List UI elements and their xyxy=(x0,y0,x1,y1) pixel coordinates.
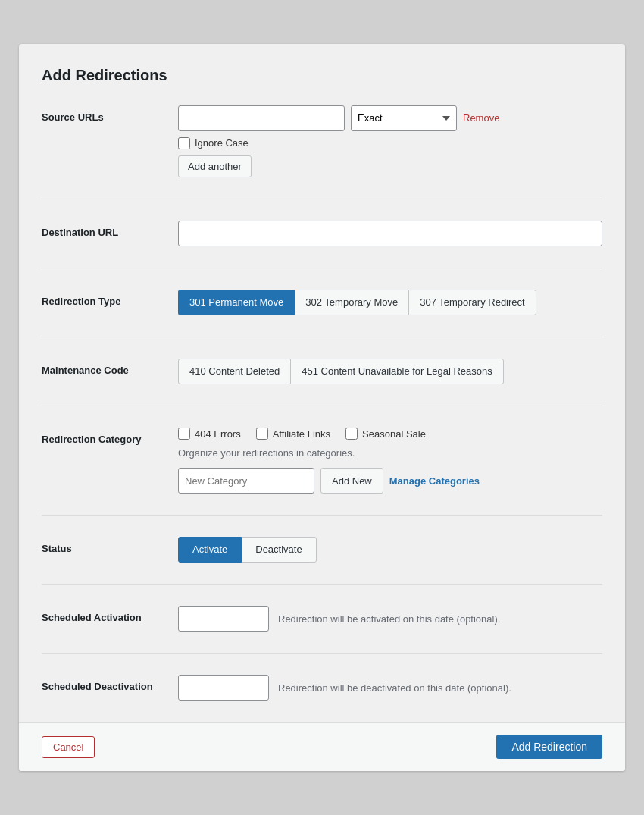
maintenance-code-content: 410 Content Deleted 451 Content Unavaila… xyxy=(178,359,602,384)
scheduled-activation-row-inner: Redirection will be activated on this da… xyxy=(178,606,602,632)
type-btn-307[interactable]: 307 Temporary Redirect xyxy=(408,290,536,315)
source-urls-row: Source URLs Exact Contains Starts With E… xyxy=(42,105,602,177)
status-content: Activate Deactivate xyxy=(178,537,602,563)
ignore-case-row: Ignore Case xyxy=(178,137,602,149)
category-item-affiliate: Affiliate Links xyxy=(256,428,330,440)
redirection-type-row: Redirection Type 301 Permanent Move 302 … xyxy=(42,290,602,315)
redirection-type-group: 301 Permanent Move 302 Temporary Move 30… xyxy=(178,290,602,315)
scheduled-deactivation-row-inner: Redirection will be deactivated on this … xyxy=(178,675,602,701)
scheduled-activation-help: Redirection will be activated on this da… xyxy=(278,613,500,625)
category-label-affiliate: Affiliate Links xyxy=(273,428,330,440)
destination-url-label: Destination URL xyxy=(42,221,178,238)
source-urls-label: Source URLs xyxy=(42,105,178,123)
divider-6 xyxy=(42,584,602,585)
status-activate-button[interactable]: Activate xyxy=(178,537,242,563)
manage-categories-link[interactable]: Manage Categories xyxy=(389,475,480,487)
destination-url-row: Destination URL xyxy=(42,221,602,246)
status-row: Status Activate Deactivate xyxy=(42,537,602,563)
maint-btn-451[interactable]: 451 Content Unavailable for Legal Reason… xyxy=(290,359,504,384)
maintenance-code-label: Maintenance Code xyxy=(42,359,178,376)
redirection-type-content: 301 Permanent Move 302 Temporary Move 30… xyxy=(178,290,602,315)
new-category-input[interactable] xyxy=(178,468,314,494)
scheduled-deactivation-input[interactable] xyxy=(178,675,269,701)
divider-1 xyxy=(42,199,602,199)
match-type-select[interactable]: Exact Contains Starts With Ends With Reg… xyxy=(351,105,457,131)
category-item-404: 404 Errors xyxy=(178,428,241,440)
status-group: Activate Deactivate xyxy=(178,537,602,563)
source-url-input-row: Exact Contains Starts With Ends With Reg… xyxy=(178,105,602,131)
type-btn-301[interactable]: 301 Permanent Move xyxy=(178,290,295,315)
destination-url-input[interactable] xyxy=(178,221,602,246)
maint-btn-410[interactable]: 410 Content Deleted xyxy=(178,359,291,384)
add-new-category-button[interactable]: Add New xyxy=(320,468,383,494)
scheduled-deactivation-help: Redirection will be deactivated on this … xyxy=(278,682,511,694)
status-deactivate-button[interactable]: Deactivate xyxy=(241,537,316,563)
category-checkboxes: 404 Errors Affiliate Links Seasonal Sale xyxy=(178,428,602,440)
cancel-button[interactable]: Cancel xyxy=(42,736,95,758)
scheduled-activation-label: Scheduled Activation xyxy=(42,606,178,623)
category-item-seasonal: Seasonal Sale xyxy=(345,428,426,440)
scheduled-deactivation-row: Scheduled Deactivation Redirection will … xyxy=(42,675,602,701)
modal-title: Add Redirections xyxy=(42,67,602,84)
type-btn-302[interactable]: 302 Temporary Move xyxy=(294,290,409,315)
redirection-type-label: Redirection Type xyxy=(42,290,178,307)
category-checkbox-affiliate[interactable] xyxy=(256,428,268,440)
category-label-seasonal: Seasonal Sale xyxy=(362,428,426,440)
remove-link[interactable]: Remove xyxy=(463,112,499,124)
category-label-404: 404 Errors xyxy=(195,428,241,440)
ignore-case-label: Ignore Case xyxy=(195,137,249,149)
divider-3 xyxy=(42,337,602,337)
redirection-category-label: Redirection Category xyxy=(42,428,178,445)
add-another-button[interactable]: Add another xyxy=(178,155,252,177)
modal-footer: Cancel Add Redirection xyxy=(19,722,625,771)
source-urls-content: Exact Contains Starts With Ends With Reg… xyxy=(178,105,602,177)
status-label: Status xyxy=(42,537,178,554)
category-help-text: Organize your redirections in categories… xyxy=(178,447,602,459)
maintenance-code-group: 410 Content Deleted 451 Content Unavaila… xyxy=(178,359,602,384)
add-redirection-button[interactable]: Add Redirection xyxy=(496,735,602,759)
category-add-row: Add New Manage Categories xyxy=(178,468,602,494)
scheduled-activation-row: Scheduled Activation Redirection will be… xyxy=(42,606,602,632)
divider-7 xyxy=(42,653,602,654)
source-url-input[interactable] xyxy=(178,105,345,131)
scheduled-deactivation-label: Scheduled Deactivation xyxy=(42,675,178,692)
scheduled-activation-content: Redirection will be activated on this da… xyxy=(178,606,602,632)
divider-4 xyxy=(42,406,602,406)
ignore-case-checkbox[interactable] xyxy=(178,137,190,149)
divider-2 xyxy=(42,268,602,268)
category-checkbox-404[interactable] xyxy=(178,428,190,440)
redirection-category-row: Redirection Category 404 Errors Affiliat… xyxy=(42,428,602,494)
scheduled-deactivation-content: Redirection will be deactivated on this … xyxy=(178,675,602,701)
destination-url-content xyxy=(178,221,602,246)
divider-5 xyxy=(42,515,602,516)
maintenance-code-row: Maintenance Code 410 Content Deleted 451… xyxy=(42,359,602,384)
category-checkbox-seasonal[interactable] xyxy=(345,428,358,440)
redirection-category-content: 404 Errors Affiliate Links Seasonal Sale… xyxy=(178,428,602,494)
scheduled-activation-input[interactable] xyxy=(178,606,269,632)
modal-container: Add Redirections Source URLs Exact Conta… xyxy=(19,44,625,772)
